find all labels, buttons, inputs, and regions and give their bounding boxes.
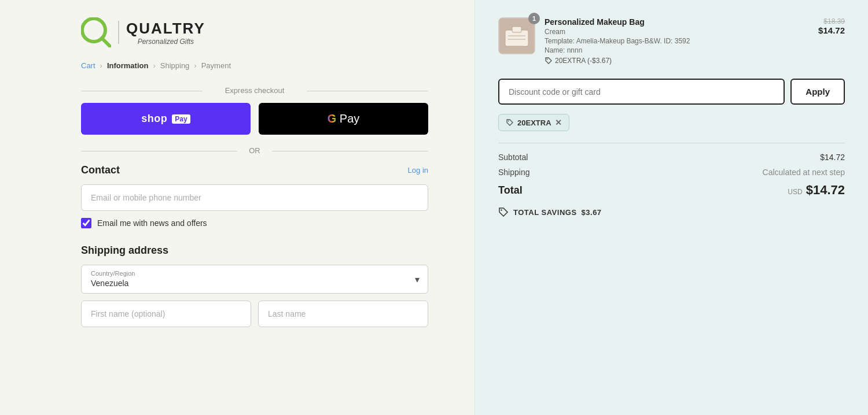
shop-pay-text: shop: [141, 113, 167, 125]
brand-name: QUALTRY: [126, 20, 205, 38]
name-row: [81, 301, 428, 327]
shop-pay-box: Pay: [172, 114, 190, 124]
product-template: Template: Amelia-Makeup Bags-B&W. ID: 35…: [545, 37, 809, 45]
product-item: 1 Personalized Makeup Bag Cream Template…: [498, 17, 845, 65]
grand-price: $14.72: [806, 183, 845, 198]
savings-value: $3.67: [582, 208, 602, 217]
product-name: Personalized Makeup Bag: [545, 17, 809, 27]
left-panel: QUALTRY Personalized Gifts Cart › Inform…: [0, 0, 475, 415]
quantity-badge: 1: [528, 13, 540, 24]
breadcrumb-sep-2: ›: [153, 61, 155, 70]
discount-area: Apply: [498, 79, 845, 105]
country-select-wrapper[interactable]: Country/Region Venezuela ▾: [81, 265, 428, 294]
gpay-pay-text: Pay: [336, 112, 359, 125]
discount-tag-icon: [506, 118, 514, 127]
express-buttons: shop Pay G Pay: [81, 103, 428, 135]
breadcrumb: Cart › Information › Shipping › Payment: [81, 61, 428, 70]
svg-line-1: [102, 38, 110, 46]
price-current: $14.72: [818, 25, 845, 35]
svg-point-9: [501, 209, 502, 210]
contact-section: Contact Log in Email me with news and of…: [81, 164, 428, 228]
or-divider: OR: [81, 146, 428, 155]
grand-total-row: Total USD $14.72: [498, 183, 845, 198]
savings-label: TOTAL SAVINGS: [513, 208, 577, 217]
totals-section: Subtotal $14.72 Shipping Calculated at n…: [498, 143, 845, 177]
country-label: Country/Region: [91, 270, 404, 277]
product-image: [498, 17, 535, 54]
remove-discount-button[interactable]: ✕: [555, 118, 562, 127]
tag-icon: [545, 57, 553, 65]
product-thumbnail-svg: [499, 18, 534, 53]
express-checkout-label: Express checkout: [81, 86, 428, 95]
product-details: Personalized Makeup Bag Cream Template: …: [545, 17, 809, 65]
subtotal-row: Subtotal $14.72: [498, 153, 845, 162]
login-link[interactable]: Log in: [408, 166, 428, 175]
email-field[interactable]: [81, 184, 428, 211]
gpay-g-letter: G: [328, 112, 337, 125]
qualtry-logo-icon: [81, 17, 111, 47]
discount-code-input[interactable]: [498, 79, 785, 105]
grand-total-value: USD $14.72: [788, 183, 845, 198]
active-discount-code: 20EXTRA: [517, 118, 551, 127]
breadcrumb-shipping: Shipping: [160, 61, 190, 70]
newsletter-checkbox[interactable]: [81, 218, 91, 228]
chevron-down-icon: ▾: [415, 274, 420, 285]
product-prices: $18.39 $14.72: [818, 17, 845, 36]
apply-button[interactable]: Apply: [790, 79, 845, 105]
product-variant: Cream: [545, 28, 809, 36]
logo-divider: [118, 21, 119, 44]
breadcrumb-cart[interactable]: Cart: [81, 61, 95, 70]
last-name-field[interactable]: [258, 301, 428, 327]
shipping-address-section: Shipping address Country/Region Venezuel…: [81, 244, 428, 327]
product-person: Name: nnnn: [545, 46, 809, 54]
subtotal-label: Subtotal: [498, 153, 528, 162]
google-pay-button[interactable]: G Pay: [259, 103, 428, 135]
currency-label: USD: [788, 188, 802, 196]
breadcrumb-sep-1: ›: [100, 61, 102, 70]
breadcrumb-sep-3: ›: [194, 61, 196, 70]
svg-point-7: [547, 59, 548, 60]
country-value: Venezuela: [91, 279, 128, 288]
savings-row: TOTAL SAVINGS $3.67: [498, 207, 845, 217]
shipping-row: Shipping Calculated at next step: [498, 168, 845, 177]
product-discount-code: 20EXTRA (-$3.67): [555, 57, 612, 65]
breadcrumb-information: Information: [107, 61, 149, 70]
brand-tagline: Personalized Gifts: [126, 38, 205, 46]
svg-point-8: [508, 121, 509, 122]
shop-pay-button[interactable]: shop Pay: [81, 103, 251, 135]
grand-total-label: Total: [498, 184, 523, 197]
price-original: $18.39: [818, 17, 845, 25]
logo-text-block: QUALTRY Personalized Gifts: [126, 20, 205, 46]
subtotal-value: $14.72: [820, 153, 845, 162]
shipping-title: Shipping address: [81, 244, 428, 257]
active-discount-badge: 20EXTRA ✕: [498, 114, 569, 131]
right-panel: 1 Personalized Makeup Bag Cream Template…: [475, 0, 868, 415]
shipping-label: Shipping: [498, 168, 530, 177]
svg-rect-4: [512, 27, 521, 32]
savings-tag-icon: [498, 207, 509, 217]
newsletter-label: Email me with news and offers: [97, 218, 207, 228]
first-name-field[interactable]: [81, 301, 251, 327]
contact-title: Contact: [81, 164, 120, 176]
breadcrumb-payment: Payment: [201, 61, 231, 70]
contact-header: Contact Log in: [81, 164, 428, 176]
logo-area: QUALTRY Personalized Gifts: [81, 17, 428, 47]
product-discount-tag: 20EXTRA (-$3.67): [545, 57, 809, 65]
newsletter-row: Email me with news and offers: [81, 218, 428, 228]
product-image-wrap: 1: [498, 17, 535, 54]
shipping-value: Calculated at next step: [763, 168, 845, 177]
